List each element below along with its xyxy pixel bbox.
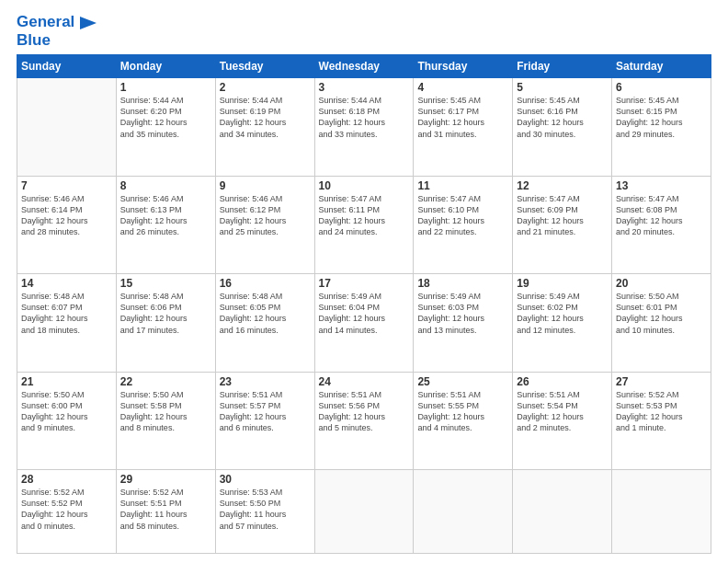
day-info: Sunrise: 5:49 AM Sunset: 6:02 PM Dayligh… [517,291,608,336]
day-info: Sunrise: 5:49 AM Sunset: 6:03 PM Dayligh… [417,291,508,336]
calendar-cell: 16Sunrise: 5:48 AM Sunset: 6:05 PM Dayli… [215,274,314,373]
calendar-cell [414,470,513,554]
calendar-cell: 1Sunrise: 5:44 AM Sunset: 6:20 PM Daylig… [116,78,215,177]
calendar-cell: 27Sunrise: 5:52 AM Sunset: 5:53 PM Dayli… [612,372,711,470]
calendar-cell: 19Sunrise: 5:49 AM Sunset: 6:02 PM Dayli… [513,274,612,373]
day-number: 11 [417,179,508,192]
calendar-cell: 20Sunrise: 5:50 AM Sunset: 6:01 PM Dayli… [612,274,711,373]
day-info: Sunrise: 5:50 AM Sunset: 6:01 PM Dayligh… [616,291,707,336]
day-info: Sunrise: 5:52 AM Sunset: 5:52 PM Dayligh… [21,487,112,532]
calendar-week-1: 1Sunrise: 5:44 AM Sunset: 6:20 PM Daylig… [17,78,711,177]
page: General Blue SundayMondayTuesdayWednesda… [0,0,728,563]
day-info: Sunrise: 5:46 AM Sunset: 6:12 PM Dayligh… [220,193,311,238]
calendar-cell: 6Sunrise: 5:45 AM Sunset: 6:15 PM Daylig… [612,78,711,177]
calendar-cell [513,470,612,554]
calendar-cell: 14Sunrise: 5:48 AM Sunset: 6:07 PM Dayli… [17,274,117,373]
day-number: 21 [21,375,112,388]
weekday-header-saturday: Saturday [612,55,711,78]
calendar-cell: 12Sunrise: 5:47 AM Sunset: 6:09 PM Dayli… [513,176,612,274]
day-info: Sunrise: 5:48 AM Sunset: 6:07 PM Dayligh… [21,291,112,336]
day-info: Sunrise: 5:52 AM Sunset: 5:51 PM Dayligh… [120,487,211,532]
day-number: 25 [417,375,508,388]
calendar-cell: 26Sunrise: 5:51 AM Sunset: 5:54 PM Dayli… [513,372,612,470]
day-number: 8 [120,179,211,192]
day-info: Sunrise: 5:46 AM Sunset: 6:14 PM Dayligh… [21,193,112,238]
weekday-header-monday: Monday [116,55,215,78]
calendar-cell: 18Sunrise: 5:49 AM Sunset: 6:03 PM Dayli… [414,274,513,373]
day-number: 10 [319,179,410,192]
day-number: 5 [517,81,608,94]
day-info: Sunrise: 5:50 AM Sunset: 6:00 PM Dayligh… [21,389,112,434]
day-number: 28 [21,473,112,486]
day-info: Sunrise: 5:47 AM Sunset: 6:10 PM Dayligh… [417,193,508,238]
calendar-cell: 11Sunrise: 5:47 AM Sunset: 6:10 PM Dayli… [414,176,513,274]
calendar-body: 1Sunrise: 5:44 AM Sunset: 6:20 PM Daylig… [17,78,711,554]
day-number: 14 [21,277,112,290]
calendar-cell: 9Sunrise: 5:46 AM Sunset: 6:12 PM Daylig… [215,176,314,274]
calendar-cell: 17Sunrise: 5:49 AM Sunset: 6:04 PM Dayli… [314,274,414,373]
logo-triangle-icon [80,17,97,29]
day-number: 7 [21,179,112,192]
day-info: Sunrise: 5:51 AM Sunset: 5:55 PM Dayligh… [417,389,508,434]
day-info: Sunrise: 5:52 AM Sunset: 5:53 PM Dayligh… [616,389,707,434]
calendar-cell: 2Sunrise: 5:44 AM Sunset: 6:19 PM Daylig… [215,78,314,177]
logo: General Blue [17,13,97,49]
calendar-cell [612,470,711,554]
day-number: 19 [517,277,608,290]
day-info: Sunrise: 5:44 AM Sunset: 6:20 PM Dayligh… [120,95,211,140]
day-info: Sunrise: 5:47 AM Sunset: 6:09 PM Dayligh… [517,193,608,238]
calendar-cell: 21Sunrise: 5:50 AM Sunset: 6:00 PM Dayli… [17,372,117,470]
day-number: 27 [616,375,707,388]
day-info: Sunrise: 5:45 AM Sunset: 6:17 PM Dayligh… [417,95,508,140]
calendar-cell: 8Sunrise: 5:46 AM Sunset: 6:13 PM Daylig… [116,176,215,274]
day-number: 20 [616,277,707,290]
day-number: 12 [517,179,608,192]
calendar-cell: 7Sunrise: 5:46 AM Sunset: 6:14 PM Daylig… [17,176,117,274]
day-number: 30 [220,473,311,486]
day-info: Sunrise: 5:53 AM Sunset: 5:50 PM Dayligh… [220,487,311,532]
weekday-header-sunday: Sunday [17,55,117,78]
day-number: 4 [417,81,508,94]
day-number: 26 [517,375,608,388]
day-number: 13 [616,179,707,192]
weekday-header-wednesday: Wednesday [314,55,414,78]
day-number: 6 [616,81,707,94]
day-info: Sunrise: 5:48 AM Sunset: 6:06 PM Dayligh… [120,291,211,336]
calendar-cell: 24Sunrise: 5:51 AM Sunset: 5:56 PM Dayli… [314,372,414,470]
calendar-cell: 5Sunrise: 5:45 AM Sunset: 6:16 PM Daylig… [513,78,612,177]
calendar-cell: 3Sunrise: 5:44 AM Sunset: 6:18 PM Daylig… [314,78,414,177]
calendar-cell: 25Sunrise: 5:51 AM Sunset: 5:55 PM Dayli… [414,372,513,470]
day-number: 24 [319,375,410,388]
day-number: 22 [120,375,211,388]
calendar-week-5: 28Sunrise: 5:52 AM Sunset: 5:52 PM Dayli… [17,470,711,554]
day-info: Sunrise: 5:49 AM Sunset: 6:04 PM Dayligh… [319,291,410,336]
calendar-cell [314,470,414,554]
calendar-week-4: 21Sunrise: 5:50 AM Sunset: 6:00 PM Dayli… [17,372,711,470]
day-info: Sunrise: 5:45 AM Sunset: 6:15 PM Dayligh… [616,95,707,140]
day-info: Sunrise: 5:51 AM Sunset: 5:54 PM Dayligh… [517,389,608,434]
day-number: 17 [319,277,410,290]
calendar-header-row: SundayMondayTuesdayWednesdayThursdayFrid… [17,55,711,78]
day-info: Sunrise: 5:47 AM Sunset: 6:08 PM Dayligh… [616,193,707,238]
weekday-header-tuesday: Tuesday [215,55,314,78]
day-info: Sunrise: 5:48 AM Sunset: 6:05 PM Dayligh… [220,291,311,336]
day-info: Sunrise: 5:50 AM Sunset: 5:58 PM Dayligh… [120,389,211,434]
weekday-header-thursday: Thursday [414,55,513,78]
day-number: 3 [319,81,410,94]
calendar-week-2: 7Sunrise: 5:46 AM Sunset: 6:14 PM Daylig… [17,176,711,274]
day-number: 16 [220,277,311,290]
calendar-cell: 10Sunrise: 5:47 AM Sunset: 6:11 PM Dayli… [314,176,414,274]
calendar-cell: 23Sunrise: 5:51 AM Sunset: 5:57 PM Dayli… [215,372,314,470]
day-info: Sunrise: 5:51 AM Sunset: 5:57 PM Dayligh… [220,389,311,434]
day-info: Sunrise: 5:44 AM Sunset: 6:19 PM Dayligh… [220,95,311,140]
weekday-header-friday: Friday [513,55,612,78]
calendar-cell: 4Sunrise: 5:45 AM Sunset: 6:17 PM Daylig… [414,78,513,177]
calendar-week-3: 14Sunrise: 5:48 AM Sunset: 6:07 PM Dayli… [17,274,711,373]
calendar-cell: 28Sunrise: 5:52 AM Sunset: 5:52 PM Dayli… [17,470,117,554]
logo-text: General Blue [17,13,97,49]
calendar-table: SundayMondayTuesdayWednesdayThursdayFrid… [17,54,711,554]
day-number: 1 [120,81,211,94]
day-info: Sunrise: 5:44 AM Sunset: 6:18 PM Dayligh… [319,95,410,140]
day-number: 2 [220,81,311,94]
calendar-cell [17,78,117,177]
